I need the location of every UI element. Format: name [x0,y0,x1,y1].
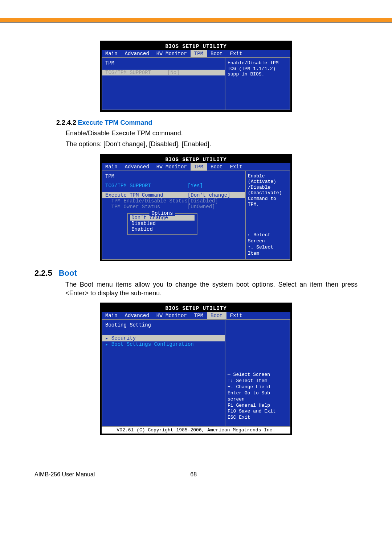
help-text: Enable/Disable TPM TCG (TPM 1.1/1.2) sup… [228,60,287,77]
bios-screenshot-tpm-exec: BIOS SETUP UTILITY Main Advanced HW Moni… [100,154,292,261]
menu-main: Main [102,163,121,171]
panel-header: Booting Setting [105,322,222,328]
exec-tpm-cmd-value: [Don't change] [188,192,242,198]
menu-hwmonitor: HW Monitor [153,163,191,171]
menu-exit: Exit [226,163,246,171]
bios-menu-bar: Main Advanced HW Monitor TPM Boot Exit [102,163,290,171]
nav-select-screen: ← Select Screen [228,372,287,378]
bios-title: BIOS SETUP UTILITY [102,156,290,163]
tpm-owner-status-label: TPM Owner Status [105,204,188,210]
menu-boot: Boot [207,163,226,171]
tpm-enable-status-value: [Disabled] [188,198,242,204]
menu-exit: Exit [226,312,246,319]
opt-disabled: Disabled [131,221,193,226]
nav-esc-exit: ESC Exit [228,415,287,421]
section-title-225: Boot [59,268,77,278]
menu-hwmonitor: HW Monitor [153,50,191,57]
menu-boot: Boot [207,50,226,57]
footer-manual-name: AIMB-256 User Manual [34,471,95,478]
section-title-2242: Execute TPM Command [78,119,152,126]
panel-header: TPM [105,173,242,179]
nav-select-screen: ← Select Screen [248,232,287,245]
menu-advanced: Advanced [121,50,153,57]
menu-hwmonitor: HW Monitor [153,312,191,319]
boot-settings-config: Boot Settings Configuration [111,341,222,348]
panel-header: TPM [105,60,222,66]
nav-select-item: ↑↓ Select Item [228,378,287,384]
exec-tpm-p2: The options: [Don't change], [Disabled],… [66,140,358,148]
section-num-2242: 2.2.4.2 [56,119,76,126]
bios-title: BIOS SETUP UTILITY [102,305,290,312]
help-text: Enable (Activate) /Disable (Deactivate) … [248,173,287,208]
menu-main: Main [102,50,121,57]
exec-tpm-p1: Enable/Disable Execute TPM command. [66,129,358,138]
boot-p1: The Boot menu items allow you to change … [65,280,358,298]
menu-main: Main [102,312,121,319]
page-content: BIOS SETUP UTILITY Main Advanced HW Moni… [0,22,392,453]
menu-exit: Exit [226,50,246,57]
nav-change-field: +- Change Field [228,384,287,390]
menu-advanced: Advanced [121,312,153,319]
tcg-tpm-support-label: TCG/TPM SUPPORT [105,70,167,75]
opt-enabled: Enabled [131,226,193,232]
boot-security: Security [111,335,222,341]
menu-tpm: TPM [191,312,207,319]
nav-enter-sub: Enter Go to Sub screen [228,390,287,403]
exec-tpm-cmd-label: Execute TPM Command [105,192,188,198]
top-accent-bar [0,18,392,22]
menu-tpm: TPM [191,163,207,171]
nav-f1-help: F1 General Help [228,403,287,409]
bios-screenshot-boot: BIOS SETUP UTILITY Main Advanced HW Moni… [100,303,292,435]
options-title: Options [150,210,175,216]
tcg-tpm-support-value: [Yes] [188,183,242,189]
footer-page-number: 68 [190,471,197,478]
tpm-owner-status-value: [UnOwned] [188,204,242,210]
nav-select-item: ↑↓ Select Item [248,245,287,257]
bios-menu-bar: Main Advanced HW Monitor TPM Boot Exit [102,312,290,319]
page-footer: AIMB-256 User Manual 68 [0,471,392,489]
nav-f10-save: F10 Save and Exit [228,409,287,415]
tpm-enable-status-label: TPM Enable/Disable Status [105,198,188,204]
bios-copyright: V02.61 (C) Copyright 1985-2006, American… [102,427,290,434]
tcg-tpm-support-label: TCG/TPM SUPPORT [105,183,188,189]
options-popup: Options Don't change Disabled Enabled [127,213,197,235]
bios-menu-bar: Main Advanced HW Monitor TPM Boot Exit [102,50,290,57]
menu-boot: Boot [207,312,226,319]
menu-tpm: TPM [191,50,207,57]
section-num-225: 2.2.5 [34,268,52,278]
bios-screenshot-tpm-no: BIOS SETUP UTILITY Main Advanced HW Moni… [100,41,292,112]
bios-title: BIOS SETUP UTILITY [102,43,290,50]
menu-advanced: Advanced [121,163,153,171]
tcg-tpm-support-value: [No] [167,70,222,75]
